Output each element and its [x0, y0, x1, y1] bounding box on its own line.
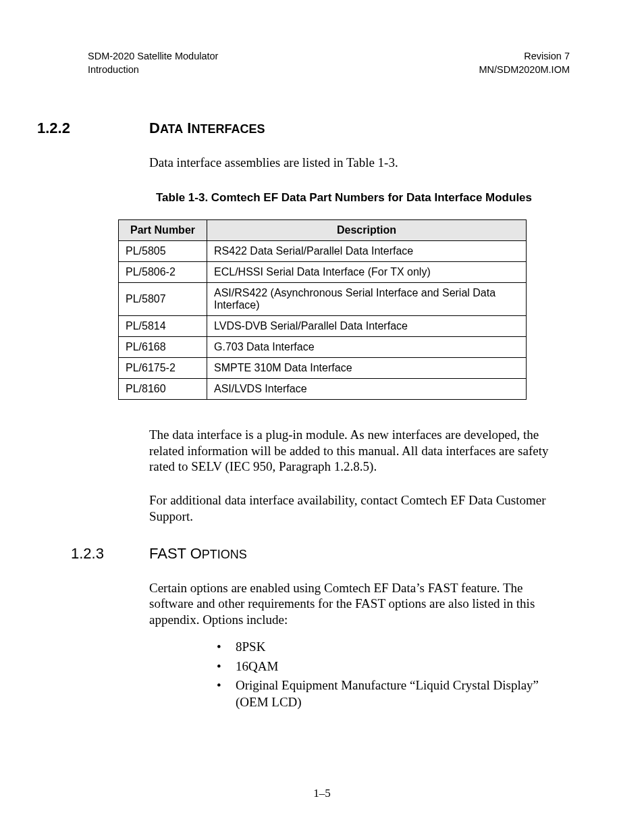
cell-description: ASI/LVDS Interface	[207, 378, 527, 399]
title-rest2: NTERFACES	[191, 122, 265, 136]
intro-paragraph: Data interface assemblies are listed in …	[149, 155, 556, 171]
section-heading-row: 1.2.3 FAST OPTIONS	[37, 545, 556, 563]
cell-part-number: PL/5807	[119, 282, 207, 315]
table-row: PL/5814 LVDS-DVB Serial/Parallel Data In…	[119, 315, 527, 336]
page: SDM-2020 Satellite Modulator Introductio…	[0, 0, 644, 834]
cell-part-number: PL/5814	[119, 315, 207, 336]
table-caption: Table 1-3. Comtech EF Data Part Numbers …	[118, 191, 570, 205]
section-title: DATA INTERFACES	[149, 120, 265, 137]
title-cap1: D	[149, 120, 160, 136]
table-row: PL/8160 ASI/LVDS Interface	[119, 378, 527, 399]
section-number: 1.2.3	[71, 545, 149, 563]
table-row: PL/5805 RS422 Data Serial/Parallel Data …	[119, 240, 527, 261]
cell-part-number: PL/5805	[119, 240, 207, 261]
cell-part-number: PL/8160	[119, 378, 207, 399]
cell-description: ECL/HSSI Serial Data Interface (For TX o…	[207, 261, 527, 282]
title-small: PTIONS	[202, 548, 247, 561]
header-right: Revision 7 MN/SDM2020M.IOM	[479, 50, 570, 76]
list-item: 8PSK	[217, 639, 556, 656]
section-1-2-3: 1.2.3 FAST OPTIONS Certain options are e…	[37, 545, 556, 711]
running-header: SDM-2020 Satellite Modulator Introductio…	[88, 50, 570, 76]
table-header-part-number: Part Number	[119, 219, 207, 240]
table-header-row: Part Number Description	[119, 219, 527, 240]
header-right-line1: Revision 7	[479, 50, 570, 63]
table-row: PL/5806-2 ECL/HSSI Serial Data Interface…	[119, 261, 527, 282]
table-row: PL/6175-2 SMPTE 310M Data Interface	[119, 357, 527, 378]
cell-description: RS422 Data Serial/Parallel Data Interfac…	[207, 240, 527, 261]
cell-part-number: PL/6175-2	[119, 357, 207, 378]
section-body-after-table: The data interface is a plug-in module. …	[149, 427, 556, 525]
cell-description: LVDS-DVB Serial/Parallel Data Interface	[207, 315, 527, 336]
header-left: SDM-2020 Satellite Modulator Introductio…	[88, 50, 218, 76]
list-item: 16QAM	[217, 658, 556, 675]
cell-description: SMPTE 310M Data Interface	[207, 357, 527, 378]
options-list: 8PSK 16QAM Original Equipment Manufactur…	[149, 639, 556, 711]
header-right-line2: MN/SDM2020M.IOM	[479, 63, 570, 77]
section-title: FAST OPTIONS	[149, 545, 247, 563]
table-row: PL/5807 ASI/RS422 (Asynchronous Serial I…	[119, 282, 527, 315]
cell-description: ASI/RS422 (Asynchronous Serial Interface…	[207, 282, 527, 315]
section-heading-row: 1.2.2 DATA INTERFACES	[37, 120, 556, 137]
paragraph: The data interface is a plug-in module. …	[149, 427, 556, 475]
table-row: PL/6168 G.703 Data Interface	[119, 336, 527, 357]
section-body: Certain options are enabled using Comtec…	[149, 580, 556, 711]
intro-paragraph: Certain options are enabled using Comtec…	[149, 580, 556, 628]
paragraph: For additional data interface availabili…	[149, 492, 556, 525]
cell-part-number: PL/6168	[119, 336, 207, 357]
title-rest1: ATA	[160, 122, 183, 136]
data-interface-table: Part Number Description PL/5805 RS422 Da…	[118, 219, 527, 400]
table-header-description: Description	[207, 219, 527, 240]
cell-description: G.703 Data Interface	[207, 336, 527, 357]
header-left-line2: Introduction	[88, 63, 218, 77]
title-main: FAST O	[149, 545, 202, 562]
section-number: 1.2.2	[37, 120, 149, 137]
section-1-2-2: 1.2.2 DATA INTERFACES Data interface ass…	[37, 120, 556, 525]
section-body: Data interface assemblies are listed in …	[149, 155, 556, 171]
list-item: Original Equipment Manufacture “Liquid C…	[217, 677, 556, 710]
header-left-line1: SDM-2020 Satellite Modulator	[88, 50, 218, 63]
cell-part-number: PL/5806-2	[119, 261, 207, 282]
page-number: 1–5	[0, 787, 644, 800]
